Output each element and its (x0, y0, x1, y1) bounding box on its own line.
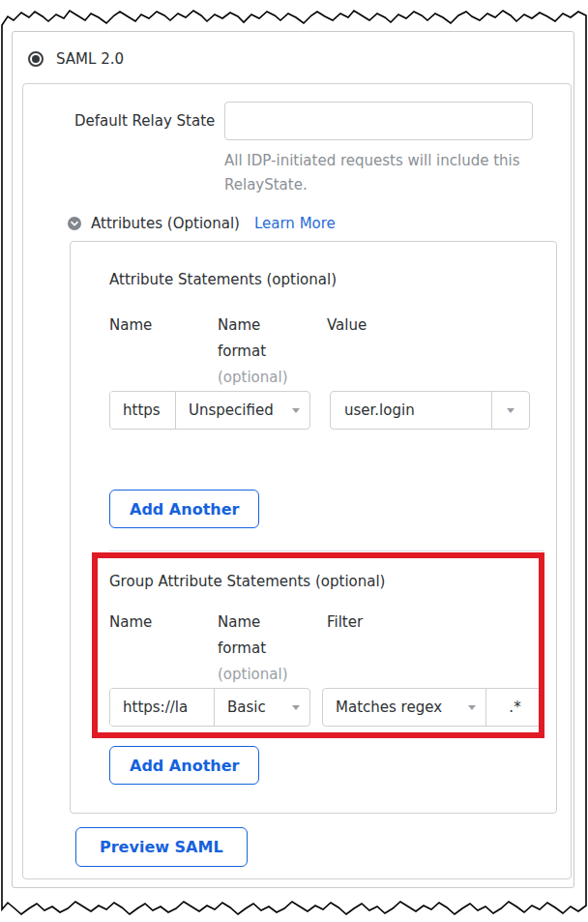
saml-radio-label: SAML 2.0 (56, 50, 124, 68)
attribute-statements-title: Attribute Statements (optional) (109, 271, 544, 288)
radio-selected-dot (32, 55, 40, 63)
add-another-group-attribute-button[interactable]: Add Another (109, 746, 259, 785)
attributes-section-header: Attributes (Optional) Learn More (68, 213, 571, 234)
column-header-value: Value (327, 312, 544, 391)
saml-settings-panel: Default Relay State All IDP-initiated re… (22, 83, 572, 879)
group-attribute-statements-headers: Name Name format (optional) Filter (109, 610, 544, 688)
chevron-down-icon (468, 705, 476, 710)
saml-radio-row[interactable]: SAML 2.0 (28, 47, 573, 71)
attributes-optional-label: Attributes (Optional) (91, 215, 240, 232)
relay-state-help-text: All IDP-initiated requests will include … (224, 149, 533, 197)
column-header-optional: (optional) (218, 369, 288, 386)
group-filter-type-select[interactable]: Matches regex (323, 689, 485, 726)
group-name-format-select[interactable]: Basic (214, 689, 309, 726)
group-attribute-name-input[interactable] (110, 689, 214, 726)
column-header-name: Name (109, 312, 218, 391)
column-header-name: Name (109, 610, 218, 688)
default-relay-state-label: Default Relay State (74, 102, 224, 197)
group-attribute-statements-title: Group Attribute Statements (optional) (109, 573, 544, 590)
attribute-value-select[interactable]: user.login (330, 391, 530, 430)
column-header-optional: (optional) (218, 666, 288, 683)
attribute-statements-headers: Name Name format (optional) Value (109, 312, 544, 391)
group-filter-value-input[interactable] (485, 689, 544, 726)
section-divider (109, 550, 544, 551)
attribute-statement-row: Unspecified user.login (109, 391, 544, 430)
add-another-attribute-button[interactable]: Add Another (109, 490, 259, 528)
group-attribute-statement-row: Basic Matches regex (109, 688, 544, 727)
learn-more-link[interactable]: Learn More (254, 215, 336, 232)
saml-settings-card: SAML 2.0 Default Relay State All IDP-ini… (12, 31, 574, 888)
attribute-name-format-select[interactable]: Unspecified (175, 392, 309, 429)
column-header-name-format: Name format (optional) (218, 312, 327, 391)
attribute-name-input[interactable] (110, 392, 175, 429)
chevron-down-icon (507, 408, 514, 413)
default-relay-state-row: Default Relay State All IDP-initiated re… (23, 84, 571, 197)
attribute-statements-panel: Attribute Statements (optional) Name Nam… (70, 241, 557, 814)
column-header-name-format: Name format (optional) (218, 610, 327, 688)
chevron-down-icon (292, 705, 300, 710)
saml-radio-button[interactable] (28, 51, 44, 67)
chevron-down-icon (292, 408, 300, 413)
select-arrow-button[interactable] (491, 392, 529, 429)
preview-saml-button[interactable]: Preview SAML (75, 827, 248, 867)
chevron-circle-icon[interactable] (68, 217, 81, 230)
default-relay-state-input[interactable] (224, 102, 533, 140)
column-header-filter: Filter (327, 610, 544, 688)
